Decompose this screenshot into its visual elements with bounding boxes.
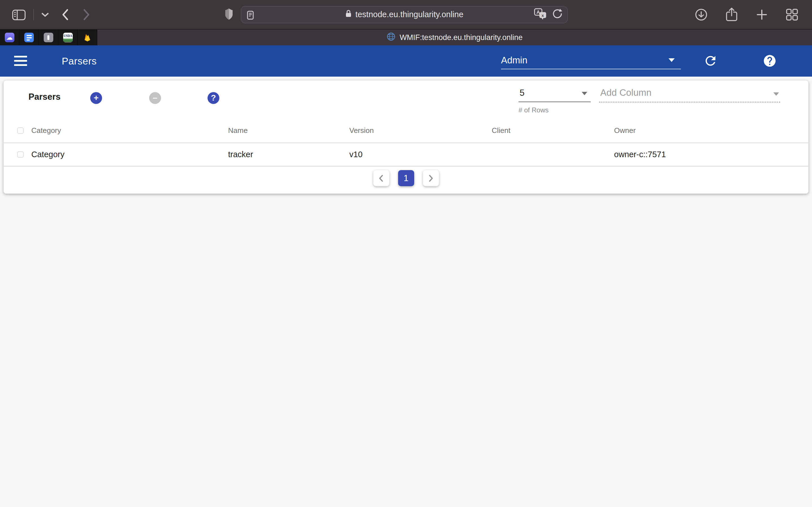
rows-per-page-value: 5 [520, 88, 524, 98]
lock-icon [345, 9, 352, 20]
page-number-button[interactable]: 1 [398, 170, 414, 186]
column-header-client: Client [492, 126, 614, 135]
column-header-name: Name [228, 126, 349, 135]
sidebar-toggle-icon[interactable] [12, 8, 26, 21]
downloads-icon[interactable] [695, 8, 708, 21]
panel-toolbar: Parsers + – ? 5 # of Rows Add Column [4, 80, 808, 119]
add-column-placeholder: Add Column [600, 87, 652, 98]
active-tab[interactable]: WMIF:testnode.eu.thingularity.online [97, 30, 812, 45]
tab-bar: ☁ USDA WMIF:testnode.eu.thingularity.onl… [0, 29, 812, 45]
cell-version: v10 [349, 150, 492, 159]
tab-title: WMIF:testnode.eu.thingularity.online [400, 33, 522, 42]
column-header-owner: Owner [614, 126, 808, 135]
help-icon[interactable] [763, 54, 777, 69]
cell-category: Category [31, 150, 228, 159]
parsers-panel: Parsers + – ? 5 # of Rows Add Column [3, 80, 809, 194]
cell-name: tracker [228, 150, 349, 159]
svg-text:x: x [542, 13, 544, 18]
globe-favicon-icon [387, 32, 396, 43]
page-reload-icon[interactable] [552, 8, 563, 21]
info-favicon-icon [44, 33, 53, 42]
icloud-favicon-icon: ☁ [5, 33, 14, 42]
select-underline [518, 101, 591, 102]
row-checkbox[interactable] [17, 151, 24, 158]
admin-select-value: Admin [501, 55, 527, 66]
toolbar-divider [33, 9, 34, 20]
select-underline [501, 69, 681, 69]
column-header-version: Version [349, 126, 492, 135]
reader-icon[interactable] [247, 11, 254, 21]
sidebar-chevron-down-icon[interactable] [41, 12, 49, 17]
pinned-tab-usda[interactable]: USDA [58, 30, 78, 45]
translate-icon[interactable]: Ax [534, 8, 547, 21]
remove-parser-button[interactable]: – [149, 92, 161, 104]
address-bar[interactable]: testnode.eu.thingularity.online Ax [241, 6, 568, 23]
chevron-down-icon [773, 93, 779, 96]
menu-icon[interactable] [14, 55, 27, 67]
previous-page-button[interactable] [373, 170, 389, 186]
add-parser-button[interactable]: + [90, 92, 102, 104]
back-icon[interactable] [61, 9, 69, 20]
add-column-select[interactable]: Add Column [599, 80, 780, 109]
pagination: 1 [4, 170, 808, 186]
new-tab-icon[interactable] [756, 8, 768, 21]
rows-per-page-label: # of Rows [518, 106, 549, 114]
firebase-favicon-icon [83, 33, 92, 42]
privacy-shield-icon[interactable] [224, 8, 234, 22]
panel-help-button[interactable]: ? [207, 92, 219, 104]
select-underline-dotted [599, 102, 780, 103]
select-all-checkbox[interactable] [17, 127, 24, 134]
url-text: testnode.eu.thingularity.online [355, 10, 463, 19]
cell-owner: owner-c::7571 [614, 150, 808, 159]
pinned-tab-icloud[interactable]: ☁ [0, 30, 19, 45]
page-title: Parsers [62, 45, 97, 76]
column-header-category: Category [31, 126, 228, 135]
table-row[interactable]: Category tracker v10 owner-c::7571 [4, 143, 808, 166]
chevron-down-icon [668, 58, 675, 62]
app-header: Parsers Admin [0, 45, 812, 76]
pinned-tab-firebase[interactable] [78, 30, 97, 45]
browser-toolbar: testnode.eu.thingularity.online Ax [0, 0, 812, 29]
forward-icon[interactable] [83, 9, 90, 20]
share-icon[interactable] [725, 7, 738, 22]
panel-heading: Parsers [29, 92, 61, 102]
chevron-down-icon [581, 92, 587, 95]
pinned-tab-docs[interactable] [19, 30, 39, 45]
rows-per-page-select[interactable]: 5 # of Rows [518, 80, 591, 119]
safari-window: testnode.eu.thingularity.online Ax [0, 0, 812, 507]
table-header-row: Category Name Version Client Owner [4, 119, 808, 143]
docs-favicon-icon [24, 33, 34, 42]
page-background: Parsers + – ? 5 # of Rows Add Column [0, 76, 812, 507]
tab-overview-icon[interactable] [785, 8, 799, 21]
admin-select[interactable]: Admin [501, 45, 681, 76]
next-page-button[interactable] [423, 170, 439, 186]
usda-favicon-icon: USDA [63, 33, 73, 42]
refresh-icon[interactable] [703, 54, 718, 69]
pinned-tab-info[interactable] [39, 30, 58, 45]
